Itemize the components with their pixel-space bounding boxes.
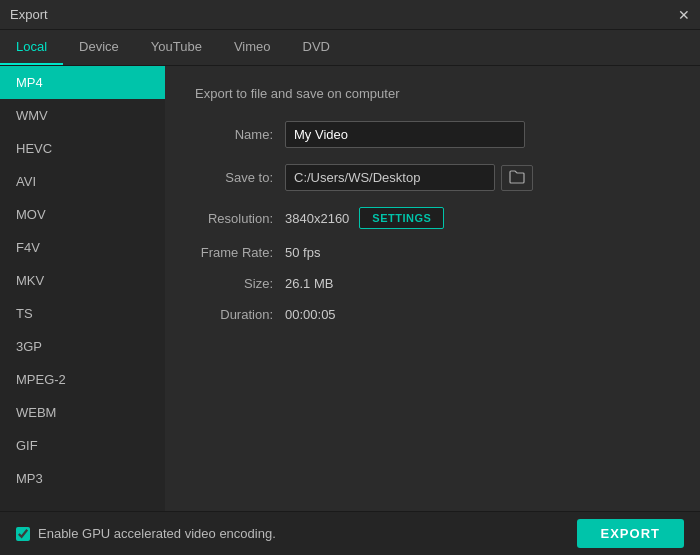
path-row bbox=[285, 164, 533, 191]
duration-label: Duration: bbox=[195, 307, 285, 322]
sidebar-item-wmv[interactable]: WMV bbox=[0, 99, 165, 132]
export-button[interactable]: EXPORT bbox=[577, 519, 684, 548]
tab-dvd[interactable]: DVD bbox=[287, 29, 346, 65]
gpu-encoding-checkbox[interactable] bbox=[16, 527, 30, 541]
close-button[interactable]: ✕ bbox=[678, 8, 690, 22]
sidebar-item-mpeg2[interactable]: MPEG-2 bbox=[0, 363, 165, 396]
settings-button[interactable]: SETTINGS bbox=[359, 207, 444, 229]
framerate-label: Frame Rate: bbox=[195, 245, 285, 260]
folder-icon bbox=[509, 170, 525, 184]
save-path-input[interactable] bbox=[285, 164, 495, 191]
content-title: Export to file and save on computer bbox=[195, 86, 670, 101]
name-row: Name: bbox=[195, 121, 670, 148]
main-layout: MP4 WMV HEVC AVI MOV F4V MKV TS 3GP MPEG… bbox=[0, 66, 700, 511]
sidebar-item-mkv[interactable]: MKV bbox=[0, 264, 165, 297]
sidebar-item-3gp[interactable]: 3GP bbox=[0, 330, 165, 363]
bottom-bar: Enable GPU accelerated video encoding. E… bbox=[0, 511, 700, 555]
size-row: Size: 26.1 MB bbox=[195, 276, 670, 291]
duration-row: Duration: 00:00:05 bbox=[195, 307, 670, 322]
gpu-encoding-label[interactable]: Enable GPU accelerated video encoding. bbox=[16, 526, 276, 541]
tab-local[interactable]: Local bbox=[0, 29, 63, 65]
size-value: 26.1 MB bbox=[285, 276, 333, 291]
name-input[interactable] bbox=[285, 121, 525, 148]
sidebar-item-mov[interactable]: MOV bbox=[0, 198, 165, 231]
sidebar-item-ts[interactable]: TS bbox=[0, 297, 165, 330]
size-label: Size: bbox=[195, 276, 285, 291]
save-to-label: Save to: bbox=[195, 170, 285, 185]
sidebar-item-hevc[interactable]: HEVC bbox=[0, 132, 165, 165]
duration-value: 00:00:05 bbox=[285, 307, 336, 322]
sidebar-item-avi[interactable]: AVI bbox=[0, 165, 165, 198]
sidebar-item-f4v[interactable]: F4V bbox=[0, 231, 165, 264]
save-to-row: Save to: bbox=[195, 164, 670, 191]
resolution-value-row: 3840x2160 SETTINGS bbox=[285, 207, 444, 229]
tab-device[interactable]: Device bbox=[63, 29, 135, 65]
tab-vimeo[interactable]: Vimeo bbox=[218, 29, 287, 65]
sidebar-item-gif[interactable]: GIF bbox=[0, 429, 165, 462]
name-label: Name: bbox=[195, 127, 285, 142]
resolution-label: Resolution: bbox=[195, 211, 285, 226]
resolution-value: 3840x2160 bbox=[285, 211, 349, 226]
window-title: Export bbox=[10, 7, 48, 22]
folder-browse-button[interactable] bbox=[501, 165, 533, 191]
tab-youtube[interactable]: YouTube bbox=[135, 29, 218, 65]
tab-bar: Local Device YouTube Vimeo DVD bbox=[0, 30, 700, 66]
sidebar-item-webm[interactable]: WEBM bbox=[0, 396, 165, 429]
gpu-encoding-text: Enable GPU accelerated video encoding. bbox=[38, 526, 276, 541]
format-sidebar: MP4 WMV HEVC AVI MOV F4V MKV TS 3GP MPEG… bbox=[0, 66, 165, 511]
sidebar-item-mp4[interactable]: MP4 bbox=[0, 66, 165, 99]
framerate-row: Frame Rate: 50 fps bbox=[195, 245, 670, 260]
export-content: Export to file and save on computer Name… bbox=[165, 66, 700, 511]
resolution-row: Resolution: 3840x2160 SETTINGS bbox=[195, 207, 670, 229]
title-bar: Export ✕ bbox=[0, 0, 700, 30]
sidebar-item-mp3[interactable]: MP3 bbox=[0, 462, 165, 495]
framerate-value: 50 fps bbox=[285, 245, 320, 260]
